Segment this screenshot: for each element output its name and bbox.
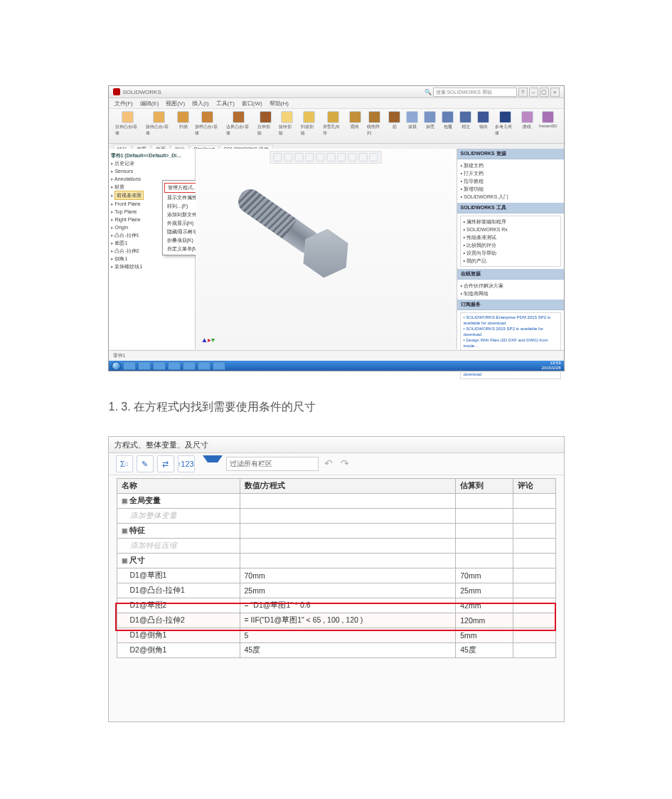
panel-link[interactable]: • 我的产品 [464, 257, 558, 265]
panel-link[interactable]: • SOLIDWORKS 2015 SP2 is available for d… [464, 326, 558, 337]
ribbon-command[interactable]: 拉伸凸台/基体 [113, 111, 143, 137]
dimensions-view-button[interactable]: ↕123 [178, 455, 195, 472]
redo-button[interactable]: ↷ [338, 457, 351, 470]
ribbon-command[interactable]: 扫描 [175, 111, 191, 130]
table-row[interactable]: D2@倒角145度45度 [117, 643, 555, 658]
pan-icon[interactable] [284, 153, 293, 162]
dim-value-cell[interactable]: 25mm [240, 583, 456, 598]
ribbon-command[interactable]: 筋 [386, 111, 402, 130]
dim-name-cell[interactable]: D1@凸台-拉伸1 [117, 583, 240, 598]
panel-link[interactable]: • 合作伙伴解决方案 [461, 282, 560, 290]
rotate-icon[interactable] [295, 153, 304, 162]
menu-item[interactable]: 窗口(W) [242, 100, 262, 107]
tree-root[interactable]: 零件1 (Default<<Default>_Di… [111, 152, 193, 159]
help-search-input[interactable]: 搜索 SOLIDWORKS 帮助 [433, 88, 517, 97]
hint-cell[interactable]: 添加整体变量 [117, 509, 240, 524]
dim-comment-cell[interactable] [513, 568, 555, 583]
dim-value-cell[interactable]: 5 [240, 628, 456, 643]
panel-link[interactable]: • 设置向导帮助 [464, 249, 558, 257]
dim-value-cell[interactable]: = IIF("D1@草图1" < 65 , 100 , 120 ) [240, 613, 456, 628]
panel-link[interactable]: • SOLIDWORKS Enterprise PDM 2015 SP2 is … [464, 314, 558, 326]
section-header[interactable]: 全局变量 [117, 494, 240, 509]
dim-value-cell[interactable]: = "D1@草图1" * 0.6 [240, 598, 456, 613]
taskbar-app[interactable] [123, 361, 136, 370]
ribbon-command[interactable]: 拉伸切除 [255, 111, 276, 137]
ribbon-command[interactable]: 相交 [457, 111, 474, 130]
tree-node[interactable]: Sensors [111, 167, 193, 175]
menu-item[interactable]: 帮助(H) [270, 100, 289, 107]
taskbar-app[interactable] [183, 361, 196, 370]
scene-icon[interactable] [348, 153, 357, 162]
dim-comment-cell[interactable] [513, 613, 555, 628]
minimize-button[interactable]: – [529, 88, 538, 97]
panel-link[interactable]: • SOLIDWORKS 入门 [461, 193, 560, 201]
panel-link[interactable]: • SOLIDWORKS Rx [464, 226, 558, 233]
table-row[interactable]: D1@凸台-拉伸2= IIF("D1@草图1" < 65 , 100 , 120… [117, 613, 555, 628]
help-button[interactable]: ? [518, 88, 528, 97]
table-row[interactable]: D1@草图2= "D1@草图1" * 0.642mm [117, 598, 555, 613]
dim-name-cell[interactable]: D1@倒角1 [117, 628, 240, 643]
feature-tree[interactable]: 零件1 (Default<<Default>_Di… 历史记录SensorsAn… [109, 149, 196, 349]
dim-comment-cell[interactable] [513, 628, 555, 643]
appearance-icon[interactable] [359, 153, 368, 162]
panel-link[interactable]: • 比较我的评分 [464, 241, 558, 249]
start-button[interactable] [112, 361, 121, 371]
table-row[interactable]: D1@倒角155mm [117, 628, 555, 643]
section-icon[interactable] [306, 153, 314, 162]
dim-name-cell[interactable]: D1@草图2 [117, 598, 240, 613]
wireframe-icon[interactable] [327, 153, 336, 162]
tree-node[interactable]: 历史记录 [111, 159, 193, 167]
perspective-icon[interactable] [338, 153, 346, 162]
dim-name-cell[interactable]: D1@草图1 [117, 568, 240, 583]
taskbar-app[interactable] [138, 361, 151, 370]
panel-link[interactable]: • Design With Files (2D DXF and DWG) fro… [464, 337, 558, 349]
panel-link[interactable]: • 属性标签编制程序 [464, 218, 558, 226]
ribbon-command[interactable]: 参考几何体 [493, 111, 518, 137]
ribbon-command[interactable]: 抽壳 [422, 111, 438, 130]
taskbar-app[interactable] [198, 361, 210, 370]
taskbar-app[interactable] [213, 361, 225, 370]
section-header[interactable]: 尺寸 [117, 554, 240, 568]
taskbar-app[interactable] [153, 361, 166, 370]
viewport-3d[interactable]: ▲▸▾ [196, 149, 457, 349]
ribbon-command[interactable]: 包覆 [439, 111, 456, 130]
equations-table[interactable]: 名称数值/方程式估算到评论全局变量添加整体变量特征添加特征压缩尺寸D1@草图17… [117, 478, 556, 658]
close-button[interactable]: × [550, 88, 560, 97]
menu-item[interactable]: 编辑(E) [140, 100, 159, 107]
dim-comment-cell[interactable] [513, 643, 555, 658]
taskbar-app[interactable] [168, 361, 181, 370]
ribbon-command[interactable]: Instant3D [537, 111, 560, 128]
ribbon-command[interactable]: 镜向 [475, 111, 491, 130]
hint-cell[interactable]: 添加特征压缩 [117, 539, 240, 554]
ribbon-command[interactable]: 旋转凸台/基体 [144, 111, 174, 137]
ribbon-command[interactable]: 放样凸台/基体 [193, 111, 223, 137]
edit-button[interactable]: ✎ [137, 455, 154, 472]
panel-link[interactable]: • 性能基准测试 [464, 233, 558, 241]
dim-value-cell[interactable]: 70mm [240, 568, 456, 583]
ribbon-command[interactable]: 圆角 [347, 111, 363, 130]
panel-link[interactable]: • 指导教程 [461, 177, 560, 185]
dim-name-cell[interactable]: D2@倒角1 [117, 643, 240, 658]
maximize-button[interactable]: ▢ [540, 88, 549, 97]
filter-input[interactable]: 过滤所有栏区 [226, 457, 319, 471]
panel-link[interactable]: • 制造商网络 [461, 290, 560, 297]
menu-item[interactable]: 插入(I) [192, 100, 209, 107]
ribbon-command[interactable]: 边界凸台/基体 [224, 111, 254, 137]
ribbon-command[interactable]: 拔模 [404, 111, 420, 130]
shaded-icon[interactable] [316, 153, 325, 162]
section-header[interactable]: 特征 [117, 524, 240, 539]
dim-comment-cell[interactable] [513, 598, 555, 613]
menu-item[interactable]: 文件(F) [114, 100, 133, 107]
sigma-view-button[interactable]: Σ□ [116, 455, 133, 472]
undo-button[interactable]: ↶ [322, 457, 335, 470]
panel-link[interactable]: • 新建文档 [461, 162, 560, 169]
zoom-icon[interactable] [274, 153, 282, 162]
display-icon[interactable] [370, 153, 378, 162]
table-row[interactable]: D1@草图170mm70mm [117, 568, 555, 583]
menu-item[interactable]: 工具(T) [216, 100, 235, 107]
tree-node[interactable]: 倒角1 [111, 255, 193, 263]
ribbon-command[interactable]: 曲线 [519, 111, 535, 130]
dim-comment-cell[interactable] [513, 583, 555, 598]
ribbon-command[interactable]: 扫描切除 [299, 111, 319, 137]
menu-item[interactable]: 视图(V) [166, 100, 185, 107]
